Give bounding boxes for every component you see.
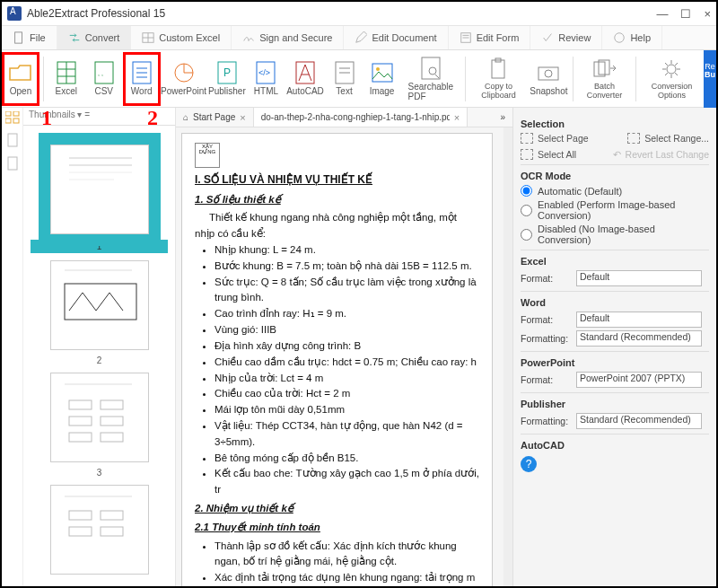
excel-button[interactable]: Excel (48, 52, 85, 106)
label-formatting: Formatting: (521, 333, 571, 344)
ocr-enabled-option[interactable]: Enabled (Perform Image-based Conversion) (521, 199, 709, 221)
excel-icon (55, 61, 78, 84)
searchable-pdf-button[interactable]: Searchable PDF (401, 52, 461, 106)
conversion-options-button[interactable]: Conversion Options (640, 52, 704, 106)
doc-heading-1: 1. Số liệu thiết kế (195, 192, 479, 208)
svg-rect-61 (69, 527, 92, 536)
list-item: Xác định tải trọng tác dụng lên khung ng… (215, 570, 479, 586)
window-title: Able2Extract Professional 15 (27, 7, 165, 20)
annotation-marker-1: 1 (41, 106, 52, 130)
thumbnail-page-1[interactable] (50, 145, 149, 234)
svg-rect-43 (8, 134, 17, 146)
menu-custom-excel[interactable]: Custom Excel (131, 26, 232, 49)
tab-start-page[interactable]: ⌂ Start Page × (176, 108, 254, 127)
search-pdf-icon (419, 57, 442, 80)
thumbnail-page-4[interactable] (50, 485, 149, 575)
word-button[interactable]: Word (123, 52, 161, 106)
tab-document[interactable]: do-an-thep-2-nha-cong-nghiep-1-tang-1-nh… (254, 108, 468, 127)
list-item: Chiều cao của trời: Hct = 2 m (215, 386, 479, 402)
revert-button[interactable]: ↶Revert Last Change (613, 149, 709, 160)
section-ocr: OCR Mode (521, 171, 709, 181)
list-item: Kết cấu bao che: Tường xây gạch cao 1,5 … (215, 466, 479, 498)
radio-ocr-auto[interactable] (521, 185, 532, 197)
menu-help[interactable]: Help (602, 26, 662, 49)
maximize-button[interactable]: ☐ (680, 7, 691, 21)
tabs-overflow[interactable]: » (493, 108, 512, 127)
thumbnails-view-icon[interactable] (5, 111, 20, 124)
svg-rect-42 (13, 118, 19, 123)
minimize-button[interactable]: — (656, 7, 668, 21)
select-page-label: Select Page (538, 133, 589, 144)
close-icon[interactable]: × (240, 112, 245, 123)
section-autocad: AutoCAD (521, 440, 709, 451)
svg-rect-56 (69, 433, 92, 442)
select-page-button[interactable]: Select Page (521, 133, 589, 144)
document-viewport[interactable]: XÂY DỰNG I. SỐ LIỆU VÀ NHIỆM VỤ THIẾT KẾ… (176, 127, 503, 586)
menu-review[interactable]: Review (530, 26, 602, 49)
ocr-auto-option[interactable]: Automatic (Default) (521, 185, 709, 197)
svg-rect-44 (8, 157, 17, 170)
select-page-icon (521, 133, 533, 144)
copy-clipboard-button[interactable]: Copy to Clipboard (468, 52, 528, 106)
doc-bullet-list: Nhịp khung: L = 24 m. Bước khung: B = 7.… (215, 242, 479, 498)
content-area: Thumbnails ▾ = 1 2 3 ⌂ Start Page × do-a… (2, 108, 716, 586)
open-button[interactable]: Open (2, 52, 39, 106)
section-excel: Excel (521, 256, 709, 267)
select-range-label: Select Range... (644, 133, 709, 144)
svg-rect-41 (5, 118, 11, 123)
autocad-button[interactable]: AutoCAD (285, 52, 325, 106)
svg-rect-52 (69, 400, 92, 409)
menu-edit-form[interactable]: Edit Form (449, 26, 531, 49)
csv-button[interactable]: , , CSV (85, 52, 123, 106)
svg-rect-34 (538, 67, 558, 80)
close-icon[interactable]: × (454, 112, 460, 123)
svg-rect-53 (101, 400, 123, 409)
powerpoint-button[interactable]: PowerPoint (161, 52, 207, 106)
tab-doc-label: do-an-thep-2-nha-cong-nghiep-1-tang-1-nh… (261, 112, 450, 122)
grid-icon (142, 31, 154, 44)
menu-convert-label: Convert (85, 32, 120, 43)
bookmarks-icon[interactable] (6, 133, 19, 147)
word-format-select[interactable]: Default (576, 312, 702, 328)
select-range-icon (627, 133, 640, 144)
svg-rect-55 (101, 417, 123, 426)
doc-heading-2: 2. Nhiệm vụ thiết kế (195, 501, 479, 517)
form-icon (460, 31, 472, 44)
help-button[interactable]: ? (521, 456, 537, 472)
select-all-button[interactable]: Select All (521, 149, 576, 160)
thumbnail-page-2[interactable] (50, 260, 149, 350)
svg-text:P: P (223, 66, 231, 79)
ocr-enabled-label: Enabled (Perform Image-based Conversion) (538, 199, 709, 221)
radio-ocr-disabled[interactable] (521, 229, 532, 241)
scrollbar[interactable] (503, 127, 512, 586)
thumbnail-page-3[interactable] (50, 373, 149, 462)
select-range-button[interactable]: Select Range... (627, 133, 709, 144)
attachments-icon[interactable] (6, 156, 19, 171)
snapshot-button[interactable]: Snapshot (529, 52, 569, 106)
menu-custom-excel-label: Custom Excel (159, 32, 220, 43)
html-button[interactable]: </> HTML (247, 52, 285, 106)
svg-text:</>: </> (258, 68, 270, 77)
menu-edit-doc[interactable]: Edit Document (344, 26, 448, 49)
batch-icon (593, 57, 617, 81)
promo-corner[interactable]: Re Bu (704, 50, 716, 108)
image-button[interactable]: Image (363, 52, 401, 106)
batch-converter-button[interactable]: Batch Converter (577, 52, 632, 106)
menu-convert[interactable]: Convert (57, 26, 132, 49)
snapshot-label: Snapshot (530, 86, 567, 96)
publisher-button[interactable]: P Publisher (206, 52, 247, 106)
text-button[interactable]: Text (326, 52, 363, 106)
thumbnails-scroll[interactable]: 1 2 3 (23, 126, 175, 586)
publisher-formatting-select[interactable]: Standard (Recommended) (576, 413, 702, 429)
word-formatting-select[interactable]: Standard (Recommended) (576, 330, 702, 347)
excel-format-select[interactable]: Default (576, 270, 702, 286)
svg-point-30 (429, 67, 436, 75)
close-button[interactable]: × (704, 7, 711, 21)
radio-ocr-enabled[interactable] (521, 205, 532, 216)
ocr-disabled-option[interactable]: Disabled (No Image-based Conversion) (521, 224, 709, 245)
section-publisher: Publisher (521, 399, 709, 409)
list-item: Nhịp khung: L = 24 m. (215, 242, 479, 259)
menu-sign[interactable]: Sign and Secure (232, 26, 344, 49)
ppt-format-select[interactable]: PowerPoint 2007 (PPTX) (576, 372, 702, 388)
menu-file[interactable]: File (2, 26, 57, 49)
